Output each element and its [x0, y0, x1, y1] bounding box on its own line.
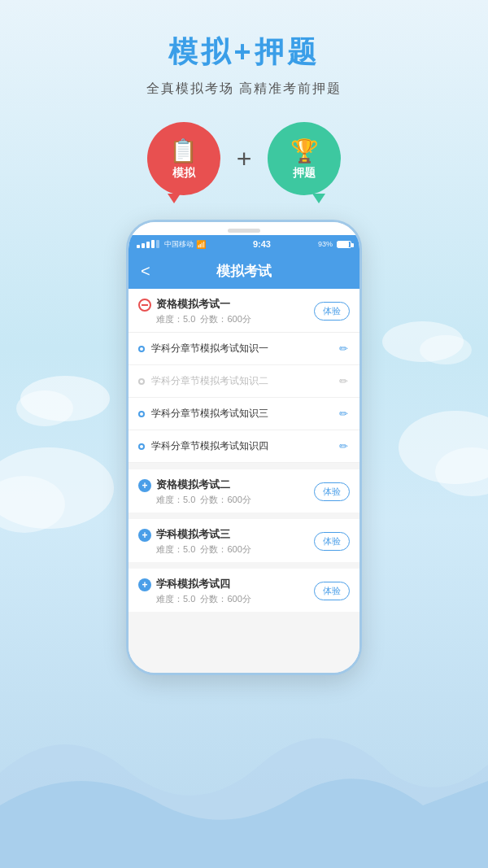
expand-icon-2[interactable]: +: [138, 479, 151, 492]
expand-icon-4[interactable]: +: [138, 578, 151, 591]
sub-item-1-2[interactable]: 学科分章节模拟考试知识二 ✏: [129, 365, 359, 398]
sub-item-text-1-3: 学科分章节模拟考试知识三: [151, 407, 268, 421]
exam-section-4: + 学科模拟考试四 难度：5.0 分数：600分 体验: [129, 569, 359, 612]
nav-title: 模拟考试: [216, 262, 272, 281]
phone-power-button: [360, 320, 362, 360]
exam-main-left-2: + 资格模拟考试二 难度：5.0 分数：600分: [138, 478, 251, 506]
exam-main-left-3: + 学科模拟考试三 难度：5.0 分数：600分: [138, 527, 251, 556]
page-subtitle: 全真模拟考场 高精准考前押题: [0, 81, 488, 98]
phone-frame: 中国移动 📶 9:43 93% < 模拟考试: [126, 220, 362, 675]
exam-main-item-3[interactable]: + 学科模拟考试三 难度：5.0 分数：600分 体验: [129, 519, 359, 562]
feature-icons-row: 📋 模拟 + 🏆 押题: [0, 122, 488, 195]
sub-dot-1-1: [138, 346, 145, 352]
sub-item-left-1-1: 学科分章节模拟考试知识一: [138, 342, 268, 355]
phone-content-area[interactable]: 资格模拟考试一 难度：5.0 分数：600分 体验 学科分章节模拟考试知识一 ✏: [129, 289, 359, 675]
exam-main-item-4[interactable]: + 学科模拟考试四 难度：5.0 分数：600分 体验: [129, 569, 359, 612]
exam-main-item-2[interactable]: + 资格模拟考试二 难度：5.0 分数：600分 体验: [129, 469, 359, 513]
battery-icon: [337, 241, 351, 248]
moni-icon-bubble: 📋 模拟: [147, 122, 220, 195]
signal-icon: [137, 240, 159, 248]
sub-item-left-1-4: 学科分章节模拟考试知识四: [138, 439, 268, 453]
edit-icon-1-1[interactable]: ✏: [337, 342, 350, 355]
battery-text: 93%: [318, 240, 333, 248]
sub-item-left-1-3: 学科分章节模拟考试知识三: [138, 407, 268, 421]
phone-volume-button: [126, 303, 128, 328]
sub-item-left-1-2: 学科分章节模拟考试知识二: [138, 374, 268, 388]
plus-separator: +: [237, 144, 252, 174]
sub-item-text-1-4: 学科分章节模拟考试知识四: [151, 439, 268, 453]
expand-icon-3[interactable]: +: [138, 529, 151, 542]
status-bar: 中国移动 📶 9:43 93%: [129, 235, 359, 253]
yati-icon-bubble: 🏆 押题: [268, 122, 341, 195]
exam-tag-1[interactable]: 体验: [314, 302, 350, 321]
page-main-title: 模拟+押题: [0, 33, 488, 72]
edit-icon-1-4[interactable]: ✏: [337, 440, 350, 453]
exam-title-2: 资格模拟考试二: [156, 478, 251, 492]
yati-icon: 🏆: [290, 137, 319, 164]
edit-icon-1-3[interactable]: ✏: [337, 408, 350, 421]
sub-item-1-3[interactable]: 学科分章节模拟考试知识三 ✏: [129, 398, 359, 430]
sub-dot-1-4: [138, 443, 145, 450]
time-display: 9:43: [253, 239, 271, 249]
exam-main-left-4: + 学科模拟考试四 难度：5.0 分数：600分: [138, 577, 251, 605]
sub-dot-1-2: [138, 378, 145, 385]
exam-meta-4: 难度：5.0 分数：600分: [156, 593, 251, 605]
back-button[interactable]: <: [141, 262, 150, 281]
exam-title-4: 学科模拟考试四: [156, 577, 251, 591]
exam-meta-1: 难度：5.0 分数：600分: [156, 313, 251, 325]
exam-section-2: + 资格模拟考试二 难度：5.0 分数：600分 体验: [129, 469, 359, 513]
sub-item-text-1-2: 学科分章节模拟考试知识二: [151, 374, 268, 388]
status-right: 93%: [318, 240, 351, 248]
exam-meta-2: 难度：5.0 分数：600分: [156, 494, 251, 506]
navigation-bar: < 模拟考试: [129, 253, 359, 289]
phone-mockup: 中国移动 📶 9:43 93% < 模拟考试: [0, 220, 488, 675]
phone-speaker: [228, 229, 260, 233]
exam-tag-2[interactable]: 体验: [314, 482, 350, 501]
moni-icon: 📋: [169, 137, 198, 164]
phone-top-bar: [129, 222, 359, 235]
exam-title-1: 资格模拟考试一: [156, 297, 251, 312]
status-left: 中国移动 📶: [137, 239, 206, 250]
exam-title-3: 学科模拟考试三: [156, 527, 251, 542]
sub-item-1-4[interactable]: 学科分章节模拟考试知识四 ✏: [129, 430, 359, 463]
exam-section-3: + 学科模拟考试三 难度：5.0 分数：600分 体验: [129, 519, 359, 562]
exam-meta-3: 难度：5.0 分数：600分: [156, 543, 251, 556]
yati-label: 押题: [293, 166, 316, 181]
exam-tag-3[interactable]: 体验: [314, 532, 350, 551]
exam-main-item-1[interactable]: 资格模拟考试一 难度：5.0 分数：600分 体验: [129, 289, 359, 333]
collapse-icon-1[interactable]: [138, 299, 151, 312]
sub-dot-1-3: [138, 411, 145, 417]
edit-icon-1-2: ✏: [337, 375, 350, 388]
wifi-icon: 📶: [196, 240, 206, 249]
exam-tag-4[interactable]: 体验: [314, 582, 350, 600]
sub-item-1-1[interactable]: 学科分章节模拟考试知识一 ✏: [129, 333, 359, 365]
sub-item-text-1-1: 学科分章节模拟考试知识一: [151, 342, 268, 355]
exam-section-1: 资格模拟考试一 难度：5.0 分数：600分 体验 学科分章节模拟考试知识一 ✏: [129, 289, 359, 463]
moni-label: 模拟: [172, 166, 195, 181]
exam-main-left-1: 资格模拟考试一 难度：5.0 分数：600分: [138, 297, 251, 325]
carrier-text: 中国移动: [164, 239, 194, 250]
